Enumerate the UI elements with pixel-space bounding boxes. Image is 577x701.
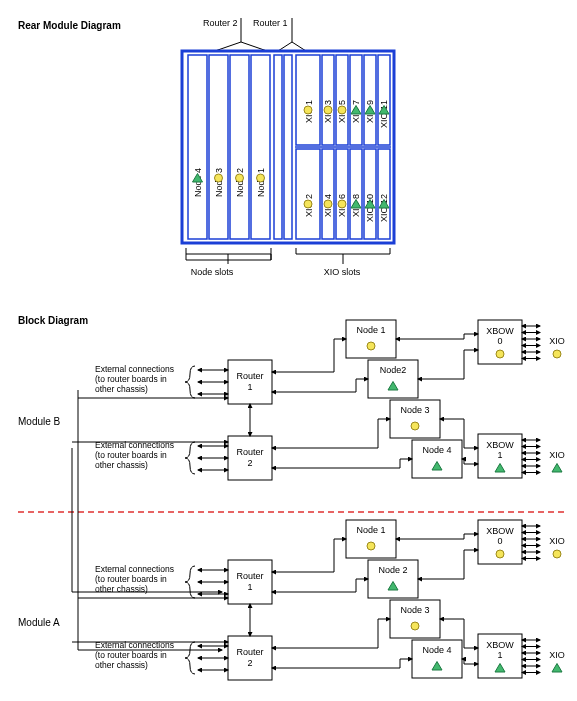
svg-text:XIO: XIO [549, 536, 565, 546]
svg-point-29 [324, 106, 332, 114]
svg-rect-47 [378, 149, 390, 239]
svg-point-13 [236, 174, 244, 182]
svg-text:External connections(to router: External connections(to router boards in… [95, 640, 174, 670]
svg-rect-46 [378, 55, 390, 145]
svg-rect-42 [364, 55, 376, 145]
svg-text:Node 4: Node 4 [422, 445, 451, 455]
svg-rect-39 [350, 149, 362, 239]
svg-rect-6 [188, 55, 207, 239]
svg-text:Node 3: Node 3 [400, 405, 429, 415]
svg-point-76 [496, 350, 504, 358]
svg-text:Node 1: Node 1 [356, 325, 385, 335]
label-node-slots: Node slots [191, 267, 234, 277]
svg-point-35 [338, 106, 346, 114]
svg-rect-21 [296, 149, 320, 239]
svg-rect-33 [336, 149, 348, 239]
svg-point-73 [411, 422, 419, 430]
title-rear: Rear Module Diagram [18, 20, 121, 31]
router-label-2: Router 2 [203, 18, 238, 28]
svg-point-10 [215, 174, 223, 182]
svg-text:XIO: XIO [549, 450, 565, 460]
svg-point-120 [553, 550, 561, 558]
svg-point-108 [411, 622, 419, 630]
svg-text:XIO: XIO [549, 650, 565, 660]
svg-point-16 [257, 174, 265, 182]
title-block: Block Diagram [18, 315, 88, 326]
svg-text:Node 1: Node 1 [256, 168, 266, 197]
svg-text:Node 1: Node 1 [356, 525, 385, 535]
svg-point-105 [367, 542, 375, 550]
svg-text:Node 4: Node 4 [422, 645, 451, 655]
svg-rect-17 [274, 55, 282, 239]
svg-text:Node 2: Node 2 [378, 565, 407, 575]
svg-text:Node 2: Node 2 [235, 168, 245, 197]
svg-point-70 [367, 342, 375, 350]
svg-point-31 [324, 200, 332, 208]
svg-rect-38 [350, 55, 362, 145]
svg-point-23 [304, 106, 312, 114]
svg-text:Node 3: Node 3 [214, 168, 224, 197]
router-label-1: Router 1 [253, 18, 288, 28]
svg-point-85 [553, 350, 561, 358]
svg-point-37 [338, 200, 346, 208]
module-b-label: Module B [18, 416, 61, 427]
svg-rect-26 [322, 55, 334, 145]
svg-text:Node2: Node2 [380, 365, 407, 375]
svg-rect-43 [364, 149, 376, 239]
label-xio-slots: XIO slots [324, 267, 361, 277]
svg-point-25 [304, 200, 312, 208]
svg-text:Node 4: Node 4 [193, 168, 203, 197]
svg-text:External connections(to router: External connections(to router boards in… [95, 564, 174, 594]
svg-point-111 [496, 550, 504, 558]
svg-rect-32 [336, 55, 348, 145]
svg-rect-8 [209, 55, 228, 239]
svg-text:XIO: XIO [549, 336, 565, 346]
diagram-canvas: Rear Module Diagram Router 2 Router 1 No… [0, 0, 577, 701]
module-a-label: Module A [18, 617, 60, 628]
svg-rect-14 [251, 55, 270, 239]
svg-rect-27 [322, 149, 334, 239]
svg-rect-11 [230, 55, 249, 239]
svg-rect-20 [296, 55, 320, 145]
svg-text:Node 3: Node 3 [400, 605, 429, 615]
svg-text:External connections(to router: External connections(to router boards in… [95, 440, 174, 470]
svg-text:External connections(to router: External connections(to router boards in… [95, 364, 174, 394]
svg-rect-18 [284, 55, 292, 239]
